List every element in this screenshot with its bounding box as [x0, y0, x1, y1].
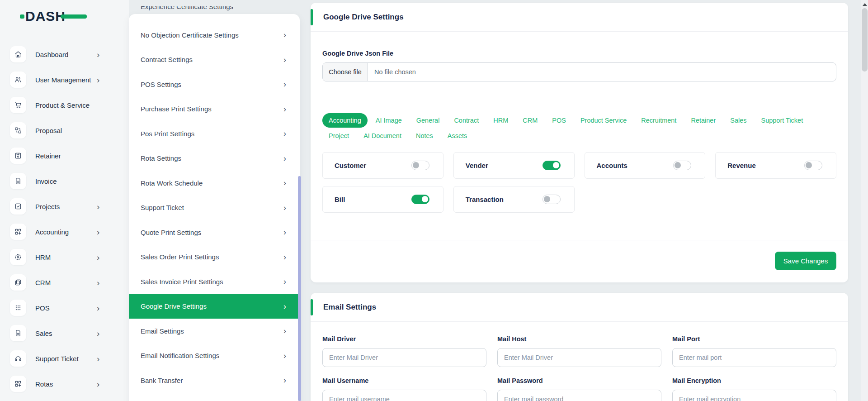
settings-menu-item-label: Quote Print Settings	[141, 229, 201, 236]
settings-menu-item-label: Contract Settings	[141, 56, 193, 63]
tab-ai-image[interactable]: AI Image	[369, 113, 408, 128]
field-mail-encryption: Mail Encryption	[672, 377, 836, 401]
sidebar-item-accounting[interactable]: Accounting ›	[0, 219, 129, 244]
sidebar-item-crm[interactable]: CRM ›	[0, 270, 129, 295]
scrollbar-up-arrow-icon[interactable]	[863, 3, 867, 6]
toggle-switch[interactable]	[542, 161, 561, 170]
tab-accounting[interactable]: Accounting	[322, 113, 368, 128]
field-label: Mail Encryption	[672, 377, 836, 384]
tab-assets[interactable]: Assets	[441, 129, 474, 143]
page-title: Google Drive Settings	[323, 3, 404, 32]
scrollbar-thumb[interactable]	[862, 8, 868, 72]
choose-file-button[interactable]: Choose file	[323, 63, 368, 81]
tab-notes[interactable]: Notes	[410, 129, 439, 143]
sidebar-item-invoice[interactable]: Invoice ›	[0, 168, 129, 194]
field-label: Mail Port	[672, 335, 836, 343]
save-changes-button[interactable]: Save Changes	[775, 252, 836, 270]
settings-menu-item-sales-order-print-settings[interactable]: Sales Order Print Settings ›	[129, 245, 300, 270]
settings-menu-item-rota-settings[interactable]: Rota Settings ›	[129, 146, 300, 171]
card-body: Mail Driver Mail Host Mail Port Mail Use…	[311, 335, 848, 401]
settings-menu-item-pos-settings[interactable]: POS Settings ›	[129, 72, 300, 97]
module-tabs: Accounting AI Image General Contract HRM…	[322, 113, 836, 143]
sidebar-item-label: User Management	[35, 76, 91, 84]
tab-recruitment[interactable]: Recruitment	[635, 113, 683, 128]
field-mail-password: Mail Password	[497, 377, 661, 401]
sidebar-item-hrm[interactable]: HRM ›	[0, 244, 129, 270]
grid-plus-icon	[10, 376, 26, 392]
input-mail-port[interactable]	[672, 348, 836, 367]
tab-general[interactable]: General	[410, 113, 446, 128]
toggle-knob	[675, 162, 681, 168]
settings-menu-item-sales-invoice-print-settings[interactable]: Sales Invoice Print Settings ›	[129, 269, 300, 294]
toggle-switch[interactable]	[411, 195, 429, 204]
tab-ai-document[interactable]: AI Document	[357, 129, 408, 143]
sidebar-item-projects[interactable]: Projects ›	[0, 194, 129, 219]
settings-menu-item-rota-work-schedule[interactable]: Rota Work Schedule ›	[129, 171, 300, 196]
card-body: Google Drive Json File Choose file No fi…	[311, 50, 848, 213]
file-icon	[10, 173, 26, 189]
settings-menu-item-email-notification-settings[interactable]: Email Notification Settings ›	[129, 344, 300, 368]
input-mail-encryption[interactable]	[672, 390, 836, 401]
toggle-switch[interactable]	[673, 161, 691, 170]
tab-project[interactable]: Project	[322, 129, 355, 143]
sidebar-item-retainer[interactable]: Retainer ›	[0, 143, 129, 168]
toggle-label: Vender	[466, 162, 488, 169]
sidebar-item-sales[interactable]: Sales ›	[0, 320, 129, 346]
toggle-switch[interactable]	[411, 161, 429, 170]
chevron-right-icon: ›	[283, 326, 286, 336]
settings-menu-item-label: Purchase Print Settings	[141, 105, 212, 113]
tab-retainer[interactable]: Retainer	[684, 113, 722, 128]
input-mail-username[interactable]	[322, 390, 486, 401]
tab-sales[interactable]: Sales	[724, 113, 753, 128]
toggle-knob	[806, 162, 812, 168]
header-accent-bar	[311, 9, 313, 25]
chevron-right-icon: ›	[97, 329, 99, 338]
settings-menu-item-email-settings[interactable]: Email Settings ›	[129, 319, 300, 344]
settings-menu-item-support-ticket[interactable]: Support Ticket ›	[129, 196, 300, 220]
tab-support-ticket[interactable]: Support Ticket	[755, 113, 810, 128]
sidebar-item-proposal[interactable]: Proposal ›	[0, 118, 129, 143]
field-label: Mail Password	[497, 377, 661, 384]
sidebar-item-rotas[interactable]: Rotas ›	[0, 371, 129, 396]
tab-pos[interactable]: POS	[546, 113, 572, 128]
email-settings-card: Email Settings Mail Driver Mail Host Mai…	[311, 293, 848, 401]
chevron-right-icon: ›	[97, 76, 99, 84]
tab-row-1: Accounting AI Image General Contract HRM…	[322, 113, 836, 128]
sidebar-item-support-ticket[interactable]: Support Ticket ›	[0, 346, 129, 371]
settings-menu-scrollbar-thumb[interactable]	[298, 176, 301, 401]
sidebar-item-pos[interactable]: POS ›	[0, 295, 129, 320]
app-logo[interactable]: DASH	[25, 6, 98, 26]
tab-product-service[interactable]: Product Service	[574, 113, 633, 128]
sidebar-item-dashboard[interactable]: Dashboard ›	[0, 42, 129, 67]
settings-menu-item-google-drive-settings[interactable]: Google Drive Settings ›	[129, 294, 300, 319]
toggle-knob	[544, 196, 550, 202]
field-mail-username: Mail Username	[322, 377, 486, 401]
toggle-card-bill: Bill	[322, 186, 443, 213]
tab-crm[interactable]: CRM	[516, 113, 544, 128]
tab-hrm[interactable]: HRM	[487, 113, 514, 128]
chevron-right-icon: ›	[97, 380, 99, 388]
input-mail-driver[interactable]	[322, 348, 486, 367]
toggle-switch[interactable]	[542, 195, 561, 204]
window-scrollbar[interactable]	[861, 0, 868, 401]
settings-menu-item-pos-print-settings[interactable]: Pos Print Settings ›	[129, 121, 300, 146]
settings-menu-item-contract-settings[interactable]: Contract Settings ›	[129, 48, 300, 72]
settings-menu-item-quote-print-settings[interactable]: Quote Print Settings ›	[129, 220, 300, 245]
settings-menu-clipped-item[interactable]: Experience Certificate Settings ›	[129, 6, 300, 13]
tab-contract[interactable]: Contract	[448, 113, 485, 128]
sidebar-item-label: CRM	[35, 279, 51, 286]
chevron-right-icon: ›	[97, 50, 99, 59]
file-chosen-status: No file chosen	[368, 68, 416, 76]
sidebar-item-product-service[interactable]: Product & Service ›	[0, 92, 129, 118]
sidebar-item-user-management[interactable]: User Management ›	[0, 67, 129, 92]
input-mail-password[interactable]	[497, 390, 661, 401]
settings-menu-item-no-objection-certificate-settings[interactable]: No Objection Certificate Settings ›	[129, 23, 300, 48]
json-file-input[interactable]: Choose file No file chosen	[322, 62, 836, 81]
input-mail-host[interactable]	[497, 348, 661, 367]
chevron-right-icon: ›	[283, 301, 286, 311]
settings-menu-item-purchase-print-settings[interactable]: Purchase Print Settings ›	[129, 97, 300, 122]
toggle-switch[interactable]	[804, 161, 822, 170]
settings-menu-panel: No Objection Certificate Settings › Cont…	[129, 14, 300, 401]
settings-menu-item-bank-transfer[interactable]: Bank Transfer ›	[129, 368, 300, 393]
file-icon	[10, 325, 26, 341]
